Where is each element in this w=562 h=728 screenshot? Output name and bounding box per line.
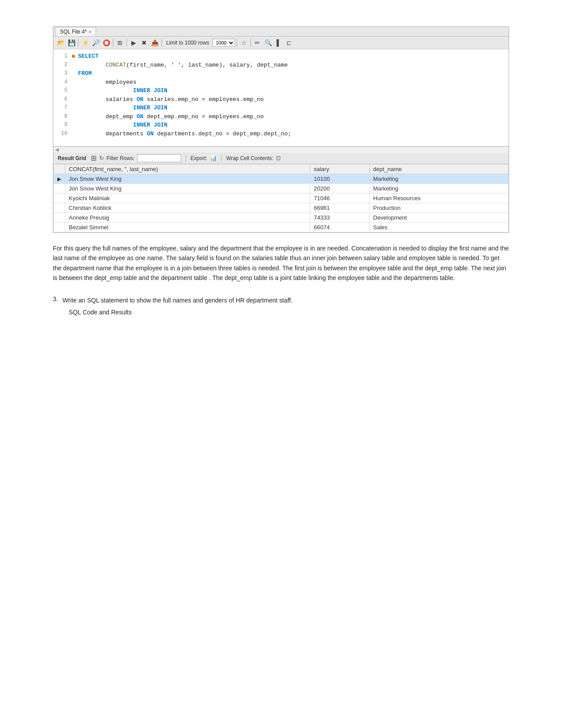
table-row[interactable]: Chirstian Koblick66961Production: [54, 203, 509, 213]
line-number-1: 1: [53, 52, 72, 60]
line-number-5: 5: [53, 86, 72, 94]
tab-bar: SQL File 4* ×: [53, 27, 509, 37]
row-indicator: ▶: [54, 174, 65, 184]
result-table: CONCAT(first_name, '', last_name) salary…: [53, 164, 509, 232]
wrap-icon-button[interactable]: ⊡: [276, 155, 281, 161]
export-btn[interactable]: 📤: [150, 38, 160, 48]
filter-rows-label: Filter Rows:: [107, 155, 134, 161]
sql-code-1: SELECT: [76, 52, 99, 61]
line-number-7: 7: [53, 104, 72, 112]
sql-code-3: FROM: [76, 69, 92, 78]
line-number-3: 3: [53, 69, 72, 77]
table-row[interactable]: Kyoichi Maliniak71046Human Resources: [54, 194, 509, 203]
cell-dept: Marketing: [369, 184, 509, 194]
sql-line-7: 7 INNER JOIN: [53, 104, 509, 112]
sql-line-6: 6 salaries ON salaries.emp_no = employee…: [53, 95, 509, 104]
limit-dropdown[interactable]: 1000 500 200: [212, 39, 235, 47]
table-row[interactable]: Jon Snow West King20200Marketing: [54, 184, 509, 194]
tab-label: SQL File 4*: [60, 29, 87, 35]
cell-salary: 74333: [310, 213, 369, 223]
search-button[interactable]: 🔍: [263, 38, 273, 48]
item-3-number: 3.: [53, 295, 58, 305]
th-salary[interactable]: salary: [310, 164, 369, 174]
cell-name: Bezalel Simmel: [65, 223, 310, 232]
cell-salary: 66961: [310, 203, 369, 213]
refresh-button[interactable]: ↻: [99, 155, 104, 161]
cell-name: Jon Snow West King: [65, 174, 310, 184]
run-selected-button[interactable]: ▶: [129, 38, 138, 48]
row-indicator: [54, 203, 65, 213]
sql-line-4: 4 employees: [53, 78, 509, 87]
cell-dept: Sales: [369, 223, 509, 232]
line-number-8: 8: [53, 112, 72, 120]
th-concat[interactable]: CONCAT(first_name, '', last_name): [65, 164, 310, 174]
cell-dept: Production: [369, 203, 509, 213]
sql-line-5: 5 INNER JOIN: [53, 86, 509, 95]
table-row[interactable]: Bezalel Simmel66074Sales: [54, 223, 509, 232]
sql-line-9: 9 INNER JOIN: [53, 121, 509, 130]
sql-line-3: 3 FROM: [53, 69, 509, 78]
sql-editor[interactable]: 1 SELECT 2 CONCAT(first_name, ' ', last_…: [53, 49, 509, 146]
execute-button[interactable]: ⚡: [80, 38, 90, 48]
grid-icon: ⊞: [91, 154, 97, 162]
result-sep-2: [221, 155, 222, 162]
tab-close-icon[interactable]: ×: [89, 30, 91, 34]
line-dot-1: [72, 52, 76, 61]
cell-name: Anneke Preusig: [65, 213, 310, 223]
horizontal-scroll[interactable]: ◀: [53, 146, 509, 153]
inspect-button[interactable]: 🔎: [91, 38, 100, 48]
table-row[interactable]: Anneke Preusig74333Development: [54, 213, 509, 223]
sql-line-10: 10 departments ON departments.dept_no = …: [53, 130, 509, 138]
numbered-item-3: 3. Write an SQL statement to show the fu…: [53, 295, 509, 305]
col1-button[interactable]: ▌: [274, 38, 283, 48]
toolbar-sep-3: [127, 39, 127, 47]
export-label: Export:: [190, 155, 207, 161]
cell-dept: Human Resources: [369, 194, 509, 203]
sql-code-6: salaries ON salaries.emp_no = employees.…: [76, 95, 264, 104]
sql-code-label: SQL Code and Results: [69, 309, 509, 316]
line-number-9: 9: [53, 121, 72, 129]
save-button[interactable]: 💾: [67, 38, 76, 48]
grid-button[interactable]: ⊞: [115, 38, 125, 48]
sql-code-4: employees: [76, 78, 137, 87]
sql-line-2: 2 CONCAT(first_name, ' ', last_name), sa…: [53, 61, 509, 70]
row-indicator: [54, 194, 65, 203]
star-button[interactable]: ☆: [239, 38, 249, 48]
row-indicator: [54, 213, 65, 223]
cell-salary: 71046: [310, 194, 369, 203]
export-icon-button[interactable]: 📊: [210, 155, 217, 161]
th-dept-name[interactable]: dept_name: [369, 164, 509, 174]
filter-rows-input[interactable]: [137, 154, 181, 162]
cell-dept: Marketing: [369, 174, 509, 184]
sql-code-5: INNER JOIN: [76, 86, 167, 95]
col2-button[interactable]: ⊏: [284, 38, 294, 48]
stop-button[interactable]: ⭕: [101, 38, 111, 48]
result-table-wrapper: CONCAT(first_name, '', last_name) salary…: [53, 164, 509, 232]
cell-salary: 20200: [310, 184, 369, 194]
comment-button[interactable]: ✏: [253, 38, 262, 48]
cell-salary: 10100: [310, 174, 369, 184]
scroll-indicator: ◀: [55, 147, 59, 153]
sql-line-1: 1 SELECT: [53, 52, 509, 61]
table-header-row: CONCAT(first_name, '', last_name) salary…: [54, 164, 509, 174]
workbench-panel: SQL File 4* × 📂 💾 ⚡ 🔎 ⭕ ⊞ ▶ ✖ 📤 Limit to…: [53, 26, 509, 233]
open-file-button[interactable]: 📂: [56, 38, 66, 48]
result-grid-tab[interactable]: Result Grid: [56, 154, 88, 162]
limit-label: Limit to 1000 rows: [164, 40, 212, 46]
sql-line-8: 8 dept_emp ON dept_emp.emp_no = employee…: [53, 112, 509, 121]
toolbar-sep-6: [250, 39, 251, 47]
toolbar-sep-4: [161, 39, 162, 47]
cancel-button[interactable]: ✖: [139, 38, 149, 48]
result-sep-1: [186, 155, 186, 162]
row-indicator: [54, 223, 65, 232]
result-toolbar: Result Grid ⊞ ↻ Filter Rows: Export: 📊 W…: [53, 153, 509, 164]
sql-file-tab[interactable]: SQL File 4* ×: [55, 27, 96, 36]
cell-name: Jon Snow West King: [65, 184, 310, 194]
cell-name: Chirstian Koblick: [65, 203, 310, 213]
sql-code-8: dept_emp ON dept_emp.emp_no = employees.…: [76, 112, 264, 121]
sql-code-2: CONCAT(first_name, ' ', last_name), sala…: [76, 61, 288, 70]
sql-code-9: INNER JOIN: [76, 121, 167, 130]
table-row[interactable]: ▶Jon Snow West King10100Marketing: [54, 174, 509, 184]
sql-code-10: departments ON departments.dept_no = dep…: [76, 130, 291, 138]
line-number-10: 10: [53, 130, 72, 138]
